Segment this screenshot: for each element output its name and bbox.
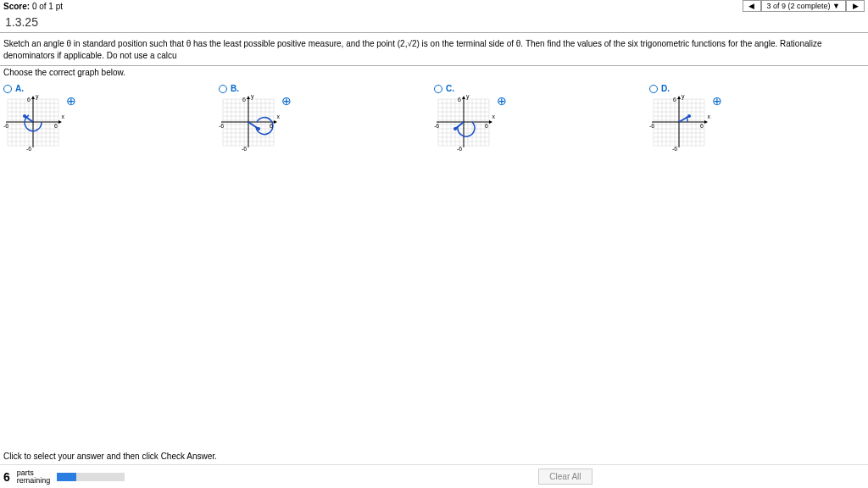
radio-c[interactable] bbox=[434, 85, 442, 93]
tick-neg6x: -6 bbox=[649, 123, 654, 129]
tick-6y: 6 bbox=[242, 97, 246, 103]
svg-point-92 bbox=[453, 127, 457, 130]
svg-point-61 bbox=[257, 127, 260, 130]
svg-marker-121 bbox=[704, 120, 708, 124]
radio-d[interactable] bbox=[649, 85, 658, 93]
option-c-label: C. bbox=[446, 84, 454, 93]
radio-a[interactable] bbox=[3, 85, 12, 93]
graph-c: y x 6 -6 6 -6 bbox=[434, 95, 493, 150]
score-display: Score: 0 of 1 pt bbox=[3, 2, 63, 11]
question-number: 1.3.25 bbox=[0, 12, 868, 32]
option-b-label: B. bbox=[231, 84, 239, 93]
svg-marker-89 bbox=[462, 96, 465, 99]
svg-marker-58 bbox=[247, 96, 250, 99]
clear-all-button[interactable]: Clear All bbox=[538, 469, 592, 485]
footer-bar: 6 parts remaining Clear All bbox=[0, 464, 868, 488]
y-label: y bbox=[36, 93, 39, 99]
graph-b: y x 6 -6 6 -6 bbox=[219, 95, 278, 150]
option-a-header: A. bbox=[3, 84, 219, 93]
svg-point-123 bbox=[687, 114, 691, 118]
choose-label: Choose the correct graph below. bbox=[0, 66, 868, 84]
question-nav: ◀ 3 of 9 (2 complete) ▼ ▶ bbox=[743, 0, 865, 12]
option-c[interactable]: C. y x 6 -6 bbox=[434, 84, 649, 150]
tick-neg6y: -6 bbox=[242, 146, 247, 152]
x-label: x bbox=[62, 114, 65, 119]
svg-marker-59 bbox=[274, 120, 277, 124]
nav-prev-button[interactable]: ◀ bbox=[743, 0, 761, 12]
tick-6x: 6 bbox=[270, 123, 273, 129]
option-d[interactable]: D. y x 6 -6 bbox=[649, 84, 865, 150]
parts-remaining-count: 6 bbox=[3, 470, 10, 484]
tick-neg6y: -6 bbox=[457, 146, 462, 152]
tick-neg6y: -6 bbox=[26, 146, 31, 152]
zoom-icon[interactable]: ⊕ bbox=[281, 95, 292, 107]
progress-fill bbox=[57, 473, 75, 481]
option-c-header: C. bbox=[434, 84, 649, 93]
tick-6y: 6 bbox=[458, 97, 461, 103]
svg-marker-120 bbox=[677, 96, 681, 99]
question-text: Sketch an angle θ in standard position s… bbox=[0, 33, 868, 65]
zoom-icon[interactable]: ⊕ bbox=[712, 95, 722, 107]
nav-next-button[interactable]: ▶ bbox=[846, 0, 865, 12]
options-row: A. y x 6 -6 bbox=[0, 84, 868, 150]
x-label: x bbox=[708, 114, 711, 119]
parts-remaining-label: parts remaining bbox=[17, 469, 51, 485]
tick-neg6y: -6 bbox=[672, 146, 677, 152]
x-label: x bbox=[277, 114, 281, 119]
option-a-label: A. bbox=[15, 84, 24, 93]
qtext-part1: Sketch an angle θ in standard position s… bbox=[3, 39, 398, 48]
graph-a: y x 6 -6 6 -6 bbox=[3, 95, 63, 150]
y-label: y bbox=[682, 93, 685, 99]
option-a[interactable]: A. y x 6 -6 bbox=[3, 84, 219, 150]
radio-b[interactable] bbox=[219, 85, 227, 93]
y-label: y bbox=[251, 93, 254, 99]
option-d-header: D. bbox=[649, 84, 865, 93]
zoom-icon[interactable]: ⊕ bbox=[66, 95, 76, 107]
qtext-point: (2,√2) bbox=[398, 39, 420, 48]
x-label: x bbox=[492, 114, 496, 119]
svg-marker-28 bbox=[58, 120, 62, 124]
tick-6x: 6 bbox=[54, 123, 58, 129]
y-label: y bbox=[466, 93, 470, 99]
zoom-icon[interactable]: ⊕ bbox=[497, 95, 507, 107]
svg-marker-27 bbox=[31, 96, 35, 99]
option-d-label: D. bbox=[661, 84, 670, 93]
option-b-header: B. bbox=[219, 84, 434, 93]
svg-point-30 bbox=[23, 114, 26, 118]
tick-6x: 6 bbox=[700, 123, 704, 129]
tick-neg6x: -6 bbox=[3, 123, 8, 129]
progress-bar bbox=[57, 473, 125, 481]
svg-marker-90 bbox=[489, 120, 492, 124]
nav-status-dropdown[interactable]: 3 of 9 (2 complete) ▼ bbox=[761, 0, 846, 12]
option-b[interactable]: B. y x 6 -6 bbox=[219, 84, 434, 150]
score-value: 0 of 1 pt bbox=[32, 2, 63, 11]
tick-neg6x: -6 bbox=[219, 123, 224, 129]
instruction-text: Click to select your answer and then cli… bbox=[0, 448, 868, 464]
tick-6y: 6 bbox=[27, 97, 31, 103]
tick-6x: 6 bbox=[485, 123, 488, 129]
graph-d: y x 6 -6 6 -6 bbox=[649, 95, 709, 150]
tick-6y: 6 bbox=[673, 97, 676, 103]
score-label: Score: bbox=[3, 2, 30, 11]
footer: Click to select your answer and then cli… bbox=[0, 448, 868, 488]
tick-neg6x: -6 bbox=[434, 123, 439, 129]
